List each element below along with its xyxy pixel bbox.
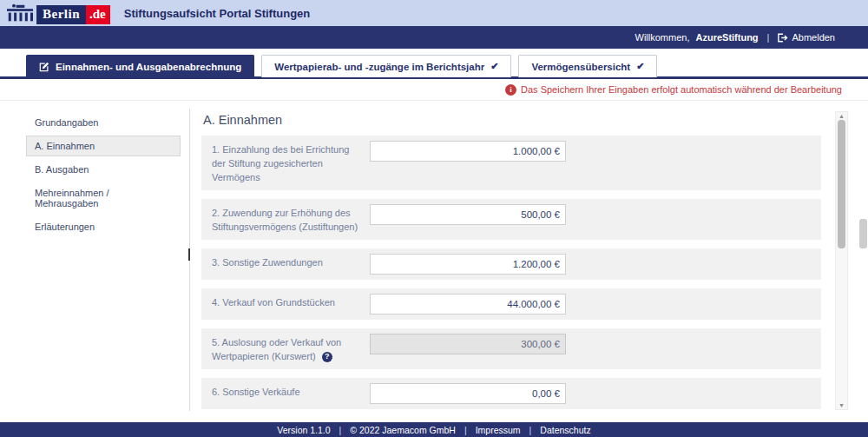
tab-wertpapier-zugaenge[interactable]: Wertpapierab- und -zugänge im Berichtsja… xyxy=(261,55,511,77)
section-heading: A. Einnahmen xyxy=(203,113,821,127)
footer-bar: Version 1.1.0 | © 2022 Jaemacom GmbH | I… xyxy=(0,422,868,437)
main-content: A. Einnahmen 1. Einzahlung des bei Erric… xyxy=(201,102,821,411)
help-icon[interactable]: ? xyxy=(322,352,332,362)
separator: | xyxy=(339,425,342,435)
content-scrollbar[interactable]: ▲ ▼ xyxy=(835,111,848,410)
amount-input-einzahlung[interactable] xyxy=(370,141,566,162)
edit-icon xyxy=(39,62,49,72)
amount-input-wertpapiere-disabled xyxy=(370,334,566,354)
welcome-text: Willkommen, xyxy=(635,32,690,43)
amount-input-sonstige-zuwendungen[interactable] xyxy=(370,254,566,275)
field-label: 6. Sonstige Verkäufe xyxy=(212,383,361,400)
scroll-up-icon[interactable]: ▲ xyxy=(836,113,847,119)
username: AzureStiftung xyxy=(695,32,758,43)
berlin-de-logo[interactable]: Berlin .de xyxy=(7,2,110,24)
tab-label: Wertpapierab- und -zugänge im Berichtsja… xyxy=(274,62,484,72)
field-label: 3. Sonstige Zuwendungen xyxy=(212,254,361,270)
sidebar-item-ausgaben[interactable]: B. Ausgaben xyxy=(26,159,181,180)
scrollbar-thumb[interactable] xyxy=(838,120,845,248)
logout-label: Abmelden xyxy=(792,32,835,43)
logout-button[interactable]: Abmelden xyxy=(778,32,835,43)
sidebar-nav: Grundangaben A. Einnahmen B. Ausgaben Me… xyxy=(26,112,181,240)
page: Berlin .de Stiftungsaufsicht Portal Stif… xyxy=(0,0,868,437)
app-title: Stiftungsaufsicht Portal Stiftungen xyxy=(124,7,311,20)
field-label: 1. Einzahlung des bei Errichtung der Sti… xyxy=(212,141,361,185)
sidebar-item-erlaeuterungen[interactable]: Erläuterungen xyxy=(26,216,181,237)
info-icon: i xyxy=(505,84,516,96)
form-row-5: 5. Auslosung oder Verkauf von Wertpapier… xyxy=(201,328,821,369)
check-icon: ✔ xyxy=(490,61,498,72)
logout-icon xyxy=(778,33,788,43)
separator: | xyxy=(529,425,532,435)
form-row-6: 6. Sonstige Verkäufe xyxy=(201,378,821,409)
window-scrollbar-thumb[interactable] xyxy=(859,219,867,248)
field-label: 4. Verkauf von Grundstücken xyxy=(212,294,361,310)
field-label: 5. Auslosung oder Verkauf von Wertpapier… xyxy=(212,334,361,364)
sidebar-item-grundangaben[interactable]: Grundangaben xyxy=(26,112,181,133)
amount-input-sonstige-verkaeufe[interactable] xyxy=(370,383,566,404)
form-row-1: 1. Einzahlung des bei Errichtung der Sti… xyxy=(201,136,821,190)
tab-bar: Einnahmen- und Ausgabenabrechnung Wertpa… xyxy=(26,55,657,77)
notice-band: i Das Speichern Ihrer Eingaben erfolgt a… xyxy=(0,79,868,101)
copyright-text: © 2022 Jaemacom GmbH xyxy=(350,425,456,435)
datenschutz-link[interactable]: Datenschutz xyxy=(540,425,590,435)
form-row-3: 3. Sonstige Zuwendungen xyxy=(201,248,821,280)
autosave-notice: Das Speichern Ihrer Eingaben erfolgt aut… xyxy=(521,84,842,95)
version-text: Version 1.1.0 xyxy=(277,425,330,435)
tab-label: Einnahmen- und Ausgabenabrechnung xyxy=(56,62,241,72)
tab-vermoegensuebersicht[interactable]: Vermögensübersicht ✔ xyxy=(518,55,657,77)
scroll-down-icon[interactable]: ▼ xyxy=(836,402,847,408)
logo-berlin-text: Berlin xyxy=(36,5,86,24)
sidebar-item-mehreinnahmen[interactable]: Mehreinnahmen / Mehrausgaben xyxy=(26,182,181,214)
logo-de-text: .de xyxy=(86,5,110,24)
sidebar-item-einnahmen[interactable]: A. Einnahmen xyxy=(26,136,181,156)
amount-input-zuwendung[interactable] xyxy=(370,204,566,225)
form-row-2: 2. Zuwendung zur Erhöhung des Stiftungsv… xyxy=(201,199,821,240)
text-cursor xyxy=(188,248,190,261)
tab-label: Vermögensübersicht xyxy=(531,62,630,72)
form-row-4: 4. Verkauf von Grundstücken xyxy=(201,288,821,320)
top-header: Berlin .de Stiftungsaufsicht Portal Stif… xyxy=(0,0,868,26)
user-bar: Willkommen, AzureStiftung | Abmelden xyxy=(0,26,868,49)
separator: | xyxy=(464,425,467,435)
brandenburg-gate-icon xyxy=(7,3,33,23)
check-icon: ✔ xyxy=(636,61,644,72)
tab-einnahmen-ausgabenabrechnung[interactable]: Einnahmen- und Ausgabenabrechnung xyxy=(26,55,254,77)
field-label: 2. Zuwendung zur Erhöhung des Stiftungsv… xyxy=(212,204,361,235)
impressum-link[interactable]: Impressum xyxy=(476,425,521,435)
amount-input-verkauf-grundstuecke[interactable] xyxy=(370,294,566,315)
separator: | xyxy=(767,32,770,43)
